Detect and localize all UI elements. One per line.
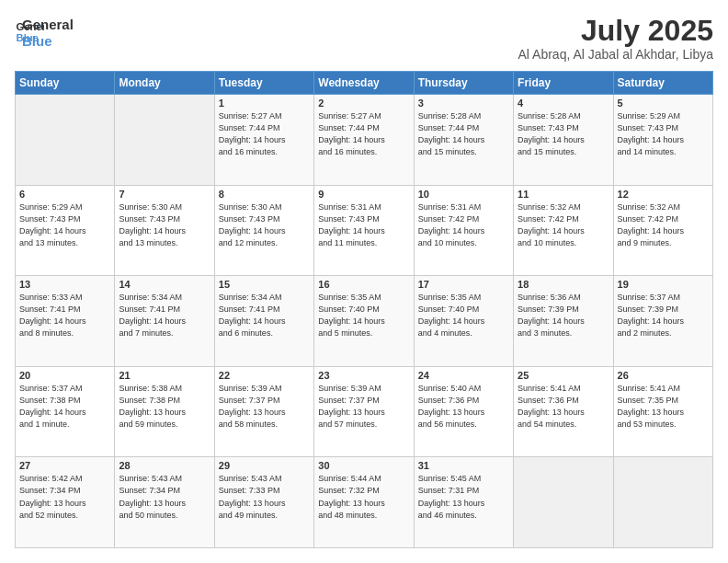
day-info: Sunrise: 5:28 AM Sunset: 7:43 PM Dayligh… <box>518 110 609 158</box>
day-info: Sunrise: 5:35 AM Sunset: 7:40 PM Dayligh… <box>318 292 409 339</box>
calendar-week-2: 6Sunrise: 5:29 AM Sunset: 7:43 PM Daylig… <box>16 185 713 276</box>
day-info: Sunrise: 5:44 AM Sunset: 7:32 PM Dayligh… <box>318 473 409 521</box>
day-info: Sunrise: 5:37 AM Sunset: 7:38 PM Dayligh… <box>19 383 110 431</box>
calendar-cell: 4Sunrise: 5:28 AM Sunset: 7:43 PM Daylig… <box>514 95 613 186</box>
calendar-cell: 3Sunrise: 5:28 AM Sunset: 7:44 PM Daylig… <box>414 95 513 186</box>
day-number: 13 <box>19 279 110 290</box>
day-info: Sunrise: 5:41 AM Sunset: 7:36 PM Dayligh… <box>518 383 609 431</box>
header-thursday: Thursday <box>414 72 513 95</box>
day-number: 30 <box>318 460 409 471</box>
calendar-cell: 26Sunrise: 5:41 AM Sunset: 7:35 PM Dayli… <box>613 366 712 457</box>
day-info: Sunrise: 5:37 AM Sunset: 7:39 PM Dayligh… <box>618 292 709 339</box>
day-number: 10 <box>418 189 509 200</box>
day-number: 25 <box>518 370 609 381</box>
day-info: Sunrise: 5:45 AM Sunset: 7:31 PM Dayligh… <box>418 473 509 521</box>
calendar-cell: 21Sunrise: 5:38 AM Sunset: 7:38 PM Dayli… <box>115 366 214 457</box>
day-number: 1 <box>219 98 310 109</box>
day-info: Sunrise: 5:40 AM Sunset: 7:36 PM Dayligh… <box>418 383 509 431</box>
logo-line2: Blue <box>22 33 74 50</box>
logo-line1: General <box>22 17 74 33</box>
day-number: 31 <box>418 460 509 471</box>
calendar-cell: 20Sunrise: 5:37 AM Sunset: 7:38 PM Dayli… <box>16 366 115 457</box>
header-friday: Friday <box>514 72 613 95</box>
calendar-cell: 23Sunrise: 5:39 AM Sunset: 7:37 PM Dayli… <box>314 366 414 457</box>
day-info: Sunrise: 5:33 AM Sunset: 7:41 PM Dayligh… <box>19 292 110 339</box>
calendar-cell <box>16 95 115 186</box>
calendar-cell: 27Sunrise: 5:42 AM Sunset: 7:34 PM Dayli… <box>16 457 115 548</box>
day-info: Sunrise: 5:34 AM Sunset: 7:41 PM Dayligh… <box>219 292 310 339</box>
calendar-week-4: 20Sunrise: 5:37 AM Sunset: 7:38 PM Dayli… <box>16 366 713 457</box>
day-info: Sunrise: 5:43 AM Sunset: 7:34 PM Dayligh… <box>119 473 210 521</box>
logo: General Blue General Blue <box>15 15 74 50</box>
calendar-cell: 18Sunrise: 5:36 AM Sunset: 7:39 PM Dayli… <box>514 276 613 367</box>
day-number: 6 <box>19 189 110 200</box>
day-number: 19 <box>618 279 709 290</box>
calendar-cell: 31Sunrise: 5:45 AM Sunset: 7:31 PM Dayli… <box>414 457 513 548</box>
calendar-table: Sunday Monday Tuesday Wednesday Thursday… <box>15 71 713 548</box>
day-number: 14 <box>119 279 210 290</box>
calendar-header-row: Sunday Monday Tuesday Wednesday Thursday… <box>16 72 713 95</box>
day-number: 15 <box>219 279 310 290</box>
day-number: 9 <box>318 189 409 200</box>
day-info: Sunrise: 5:32 AM Sunset: 7:42 PM Dayligh… <box>518 201 609 249</box>
day-number: 22 <box>219 370 310 381</box>
calendar-cell: 11Sunrise: 5:32 AM Sunset: 7:42 PM Dayli… <box>514 185 613 276</box>
header-monday: Monday <box>115 72 214 95</box>
day-info: Sunrise: 5:29 AM Sunset: 7:43 PM Dayligh… <box>618 110 709 158</box>
calendar-cell: 10Sunrise: 5:31 AM Sunset: 7:42 PM Dayli… <box>414 185 513 276</box>
calendar-cell: 12Sunrise: 5:32 AM Sunset: 7:42 PM Dayli… <box>613 185 712 276</box>
day-info: Sunrise: 5:31 AM Sunset: 7:43 PM Dayligh… <box>318 201 409 249</box>
day-info: Sunrise: 5:42 AM Sunset: 7:34 PM Dayligh… <box>19 473 110 521</box>
calendar-cell: 8Sunrise: 5:30 AM Sunset: 7:43 PM Daylig… <box>214 185 313 276</box>
day-number: 24 <box>418 370 509 381</box>
day-number: 23 <box>318 370 409 381</box>
calendar-cell: 7Sunrise: 5:30 AM Sunset: 7:43 PM Daylig… <box>115 185 214 276</box>
day-info: Sunrise: 5:30 AM Sunset: 7:43 PM Dayligh… <box>219 201 310 249</box>
day-number: 26 <box>618 370 709 381</box>
calendar-cell: 6Sunrise: 5:29 AM Sunset: 7:43 PM Daylig… <box>16 185 115 276</box>
subtitle: Al Abraq, Al Jabal al Akhdar, Libya <box>518 47 713 62</box>
calendar-week-1: 1Sunrise: 5:27 AM Sunset: 7:44 PM Daylig… <box>16 95 713 186</box>
day-number: 21 <box>119 370 210 381</box>
day-number: 4 <box>518 98 609 109</box>
calendar-cell: 5Sunrise: 5:29 AM Sunset: 7:43 PM Daylig… <box>613 95 712 186</box>
day-number: 16 <box>318 279 409 290</box>
header-sunday: Sunday <box>16 72 115 95</box>
day-info: Sunrise: 5:43 AM Sunset: 7:33 PM Dayligh… <box>219 473 310 521</box>
calendar-cell: 14Sunrise: 5:34 AM Sunset: 7:41 PM Dayli… <box>115 276 214 367</box>
calendar-cell: 1Sunrise: 5:27 AM Sunset: 7:44 PM Daylig… <box>214 95 313 186</box>
day-info: Sunrise: 5:34 AM Sunset: 7:41 PM Dayligh… <box>119 292 210 339</box>
day-info: Sunrise: 5:28 AM Sunset: 7:44 PM Dayligh… <box>418 110 509 158</box>
day-info: Sunrise: 5:32 AM Sunset: 7:42 PM Dayligh… <box>618 201 709 249</box>
header-tuesday: Tuesday <box>214 72 313 95</box>
day-info: Sunrise: 5:39 AM Sunset: 7:37 PM Dayligh… <box>318 383 409 431</box>
calendar-cell: 13Sunrise: 5:33 AM Sunset: 7:41 PM Dayli… <box>16 276 115 367</box>
day-number: 2 <box>318 98 409 109</box>
calendar-week-5: 27Sunrise: 5:42 AM Sunset: 7:34 PM Dayli… <box>16 457 713 548</box>
day-info: Sunrise: 5:27 AM Sunset: 7:44 PM Dayligh… <box>318 110 409 158</box>
page: General Blue General Blue July 2025 Al A… <box>0 0 728 563</box>
title-block: July 2025 Al Abraq, Al Jabal al Akhdar, … <box>518 15 713 62</box>
calendar-cell: 22Sunrise: 5:39 AM Sunset: 7:37 PM Dayli… <box>214 366 313 457</box>
day-number: 20 <box>19 370 110 381</box>
day-number: 3 <box>418 98 509 109</box>
header: General Blue General Blue July 2025 Al A… <box>15 15 713 62</box>
calendar-week-3: 13Sunrise: 5:33 AM Sunset: 7:41 PM Dayli… <box>16 276 713 367</box>
day-info: Sunrise: 5:30 AM Sunset: 7:43 PM Dayligh… <box>119 201 210 249</box>
day-info: Sunrise: 5:41 AM Sunset: 7:35 PM Dayligh… <box>618 383 709 431</box>
day-number: 8 <box>219 189 310 200</box>
calendar-cell: 9Sunrise: 5:31 AM Sunset: 7:43 PM Daylig… <box>314 185 414 276</box>
calendar-cell: 25Sunrise: 5:41 AM Sunset: 7:36 PM Dayli… <box>514 366 613 457</box>
day-number: 28 <box>119 460 210 471</box>
header-saturday: Saturday <box>613 72 712 95</box>
day-number: 27 <box>19 460 110 471</box>
day-number: 5 <box>618 98 709 109</box>
calendar-cell: 17Sunrise: 5:35 AM Sunset: 7:40 PM Dayli… <box>414 276 513 367</box>
calendar-cell <box>115 95 214 186</box>
day-number: 29 <box>219 460 310 471</box>
calendar-cell: 24Sunrise: 5:40 AM Sunset: 7:36 PM Dayli… <box>414 366 513 457</box>
calendar-cell: 2Sunrise: 5:27 AM Sunset: 7:44 PM Daylig… <box>314 95 414 186</box>
day-number: 12 <box>618 189 709 200</box>
day-number: 7 <box>119 189 210 200</box>
calendar-cell: 28Sunrise: 5:43 AM Sunset: 7:34 PM Dayli… <box>115 457 214 548</box>
